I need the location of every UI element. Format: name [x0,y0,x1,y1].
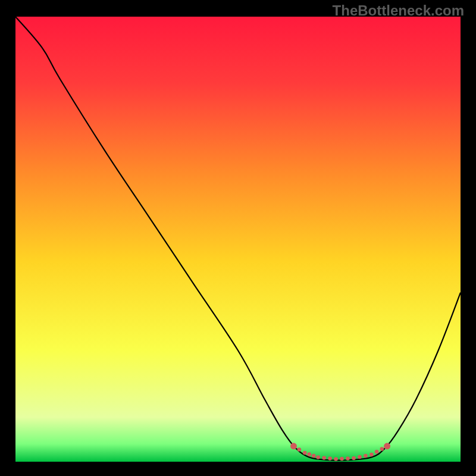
watermark-text: TheBottleneck.com [333,2,464,19]
svg-point-12 [358,455,362,459]
svg-point-5 [316,455,320,459]
svg-point-15 [375,450,379,454]
svg-point-10 [346,456,350,461]
svg-point-7 [328,456,332,461]
svg-point-2 [303,451,307,455]
chart-svg [15,17,461,462]
svg-point-9 [340,457,344,461]
svg-point-8 [334,457,338,461]
gradient-background [15,17,461,462]
svg-point-3 [307,452,311,456]
svg-point-17 [384,443,390,449]
svg-point-11 [352,456,356,461]
svg-point-13 [364,454,368,458]
svg-point-16 [380,447,384,451]
svg-point-4 [312,454,316,458]
svg-point-6 [322,456,326,460]
svg-point-14 [369,453,374,457]
svg-point-0 [290,443,297,449]
svg-point-1 [298,447,302,452]
